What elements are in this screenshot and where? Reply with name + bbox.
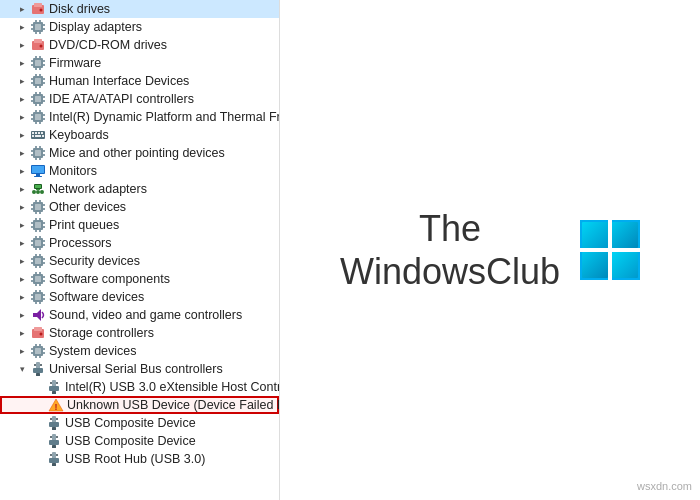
tree-item-dvd[interactable]: DVD/CD-ROM drives xyxy=(0,36,279,54)
tree-item-sound-video[interactable]: Sound, video and game controllers xyxy=(0,306,279,324)
tree-arrow-hid[interactable] xyxy=(16,75,28,87)
tree-label-network-adapters: Network adapters xyxy=(49,180,147,198)
tree-item-storage-controllers[interactable]: Storage controllers xyxy=(0,324,279,342)
tree-arrow-software-components[interactable] xyxy=(16,273,28,285)
svg-point-82 xyxy=(36,190,40,194)
tree-item-usb-composite-1[interactable]: USB Composite Device xyxy=(0,414,279,432)
tree-label-dvd: DVD/CD-ROM drives xyxy=(49,36,167,54)
tree-arrow-other-devices[interactable] xyxy=(16,201,28,213)
tree-item-intel-dynamic[interactable]: Intel(R) Dynamic Platform and Thermal Fr… xyxy=(0,108,279,126)
tree-item-intel-usb[interactable]: Intel(R) USB 3.0 eXtensible Host Control… xyxy=(0,378,279,396)
tree-label-sound-video: Sound, video and game controllers xyxy=(49,306,242,324)
tree-item-ide[interactable]: IDE ATA/ATAPI controllers xyxy=(0,90,279,108)
tree-label-processors: Processors xyxy=(49,234,112,252)
svg-rect-60 xyxy=(41,132,43,134)
svg-point-178 xyxy=(50,436,52,438)
svg-rect-192 xyxy=(612,252,638,278)
tree-item-other-devices[interactable]: Other devices xyxy=(0,198,279,216)
svg-rect-59 xyxy=(38,132,40,134)
tree-item-keyboards[interactable]: Keyboards xyxy=(0,126,279,144)
tree-label-intel-usb: Intel(R) USB 3.0 eXtensible Host Control… xyxy=(65,378,280,396)
tree-item-mice[interactable]: Mice and other pointing devices xyxy=(0,144,279,162)
chip-icon xyxy=(30,343,46,359)
tree-item-display-adapters[interactable]: Display adapters xyxy=(0,18,279,36)
tree-arrow-sound-video[interactable] xyxy=(16,309,28,321)
tree-item-network-adapters[interactable]: Network adapters xyxy=(0,180,279,198)
svg-rect-79 xyxy=(35,185,41,188)
svg-rect-181 xyxy=(49,458,59,463)
svg-rect-164 xyxy=(49,386,59,391)
content-panel: The WindowsClub xyxy=(280,0,700,500)
tree-arrow-usb-controllers[interactable] xyxy=(16,363,28,375)
tree-arrow-firmware[interactable] xyxy=(16,57,28,69)
disk-icon xyxy=(30,1,46,17)
tree-item-print-queues[interactable]: Print queues xyxy=(0,216,279,234)
svg-rect-105 xyxy=(35,240,41,246)
tree-arrow-monitors[interactable] xyxy=(16,165,28,177)
keyboard-icon xyxy=(30,127,46,143)
brand-text: The WindowsClub xyxy=(340,207,560,293)
tree-label-usb-controllers: Universal Serial Bus controllers xyxy=(49,360,223,378)
tree-item-firmware[interactable]: Firmware xyxy=(0,54,279,72)
svg-point-183 xyxy=(50,454,52,456)
tree-arrow-processors[interactable] xyxy=(16,237,28,249)
tree-item-usb-composite-2[interactable]: USB Composite Device xyxy=(0,432,279,450)
tree-arrow-security-devices[interactable] xyxy=(16,255,28,267)
svg-point-161 xyxy=(34,364,36,366)
svg-point-174 xyxy=(56,418,58,420)
warning-icon: ! xyxy=(48,397,64,413)
disk-icon xyxy=(30,37,46,53)
tree-item-monitors[interactable]: Monitors xyxy=(0,162,279,180)
tree-label-usb-composite-2: USB Composite Device xyxy=(65,432,196,450)
svg-point-173 xyxy=(50,418,52,420)
svg-rect-80 xyxy=(36,189,40,190)
svg-point-162 xyxy=(40,364,42,366)
tree-arrow-network-adapters[interactable] xyxy=(16,183,28,195)
tree-arrow-ide[interactable] xyxy=(16,93,28,105)
svg-rect-47 xyxy=(35,114,41,120)
usb-icon xyxy=(46,433,62,449)
tree-arrow-dvd[interactable] xyxy=(16,39,28,51)
tree-item-usb-controllers[interactable]: Universal Serial Bus controllers xyxy=(0,360,279,378)
tree-arrow-software-devices[interactable] xyxy=(16,291,28,303)
tree-arrow-print-queues[interactable] xyxy=(16,219,28,231)
tree-item-hid[interactable]: Human Interface Devices xyxy=(0,72,279,90)
tree-item-system-devices[interactable]: System devices xyxy=(0,342,279,360)
svg-rect-63 xyxy=(42,135,44,137)
tree-item-processors[interactable]: Processors xyxy=(0,234,279,252)
tree-arrow-storage-controllers[interactable] xyxy=(16,327,28,339)
device-tree-panel[interactable]: Disk drivesDisplay adaptersDVD/CD-ROM dr… xyxy=(0,0,280,500)
tree-label-firmware: Firmware xyxy=(49,54,101,72)
tree-label-mice: Mice and other pointing devices xyxy=(49,144,225,162)
tree-item-disk-drives[interactable]: Disk drives xyxy=(0,0,279,18)
svg-point-166 xyxy=(50,382,52,384)
tree-arrow-display-adapters[interactable] xyxy=(16,21,28,33)
chip-icon xyxy=(30,271,46,287)
tree-arrow-intel-dynamic[interactable] xyxy=(16,111,28,123)
tree-item-unknown-usb[interactable]: !Unknown USB Device (Device Failed Enume… xyxy=(0,396,279,414)
tree-arrow-system-devices[interactable] xyxy=(16,345,28,357)
tree-item-software-components[interactable]: Software components xyxy=(0,270,279,288)
tree-item-software-devices[interactable]: Software devices xyxy=(0,288,279,306)
svg-rect-159 xyxy=(33,368,43,373)
chip-icon xyxy=(30,235,46,251)
tree-label-other-devices: Other devices xyxy=(49,198,126,216)
tree-label-keyboards: Keyboards xyxy=(49,126,109,144)
svg-rect-4 xyxy=(35,24,41,30)
svg-rect-176 xyxy=(49,440,59,445)
tree-arrow-keyboards[interactable] xyxy=(16,129,28,141)
monitor-icon xyxy=(30,163,46,179)
svg-rect-65 xyxy=(35,150,41,156)
svg-point-179 xyxy=(56,436,58,438)
chip-icon xyxy=(30,91,46,107)
svg-rect-182 xyxy=(52,463,56,466)
svg-rect-85 xyxy=(35,204,41,210)
svg-rect-189 xyxy=(582,222,608,248)
svg-rect-61 xyxy=(32,135,34,137)
tree-arrow-disk-drives[interactable] xyxy=(16,3,28,15)
svg-rect-194 xyxy=(580,248,640,252)
tree-item-security-devices[interactable]: Security devices xyxy=(0,252,279,270)
tree-label-display-adapters: Display adapters xyxy=(49,18,142,36)
tree-item-usb-root-hub[interactable]: USB Root Hub (USB 3.0) xyxy=(0,450,279,468)
tree-arrow-mice[interactable] xyxy=(16,147,28,159)
